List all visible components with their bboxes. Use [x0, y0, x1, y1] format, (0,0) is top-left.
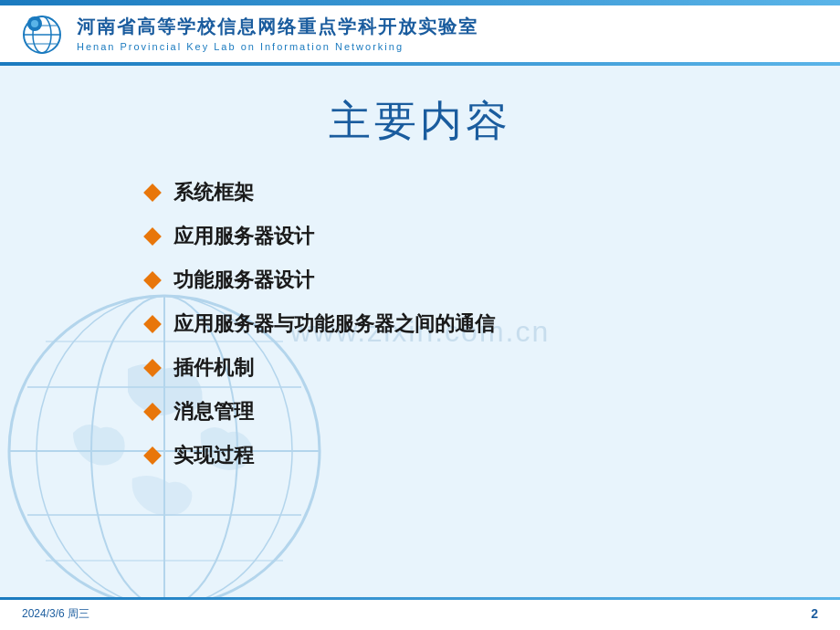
svg-point-6 [31, 20, 38, 27]
bullet-text: 功能服务器设计 [173, 267, 314, 294]
bullet-diamond-icon [143, 227, 162, 246]
bullet-diamond-icon [143, 271, 162, 289]
bullet-diamond-icon [143, 184, 162, 202]
header: 河南省高等学校信息网络重点学科开放实验室 Henan Provincial Ke… [0, 0, 840, 66]
header-title-cn: 河南省高等学校信息网络重点学科开放实验室 [77, 15, 478, 39]
footer-accent [0, 597, 840, 600]
header-accent-top [0, 0, 840, 5]
bullet-diamond-icon [143, 446, 162, 465]
bullet-item: 实现过程 [146, 442, 840, 469]
bullet-text: 实现过程 [173, 442, 254, 469]
bullet-list: 系统框架应用服务器设计功能服务器设计应用服务器与功能服务器之间的通信插件机制消息… [0, 179, 840, 469]
bullet-item: 应用服务器设计 [146, 223, 840, 250]
header-accent-bottom [0, 62, 840, 66]
footer-date: 2024/3/6 周三 [22, 606, 89, 622]
slide-title: 主要内容 [0, 66, 840, 150]
bullet-diamond-icon [143, 359, 162, 377]
bullet-text: 应用服务器与功能服务器之间的通信 [173, 310, 495, 338]
bullet-item: 应用服务器与功能服务器之间的通信 [146, 310, 840, 338]
header-title-en: Henan Provincial Key Lab on Information … [77, 41, 478, 52]
bullet-text: 系统框架 [173, 179, 254, 206]
slide-main: www.zixin.com.cn 主要内容 系统框架应用服务器设计功能服务器设计… [0, 66, 840, 597]
bullet-item: 系统框架 [146, 179, 840, 206]
logo-icon [18, 9, 66, 57]
footer-page: 2 [811, 606, 818, 621]
bullet-text: 消息管理 [173, 398, 254, 425]
bullet-text: 插件机制 [173, 354, 254, 382]
footer: 2024/3/6 周三 2 [0, 597, 840, 630]
bullet-item: 插件机制 [146, 354, 840, 382]
bullet-item: 功能服务器设计 [146, 267, 840, 294]
bullet-item: 消息管理 [146, 398, 840, 425]
logo-area: 河南省高等学校信息网络重点学科开放实验室 Henan Provincial Ke… [18, 9, 478, 57]
bullet-text: 应用服务器设计 [173, 223, 314, 250]
bullet-diamond-icon [143, 403, 162, 421]
bullet-diamond-icon [143, 315, 162, 333]
header-text-group: 河南省高等学校信息网络重点学科开放实验室 Henan Provincial Ke… [77, 15, 478, 52]
